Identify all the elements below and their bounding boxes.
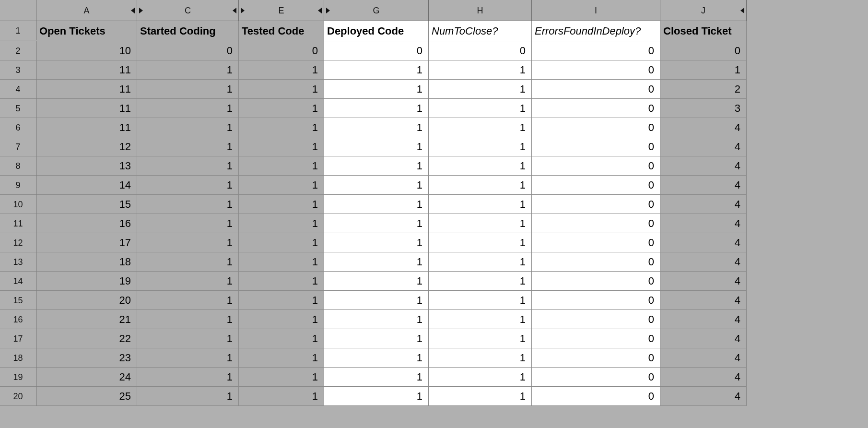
row-header-10[interactable]: 10 — [0, 195, 36, 214]
cell-G11[interactable]: 1 — [324, 214, 429, 233]
cell-A6[interactable]: 11 — [36, 118, 137, 137]
expand-left-icon[interactable] — [131, 8, 135, 13]
cell-J14[interactable]: 4 — [660, 272, 747, 291]
cell-I11[interactable]: 0 — [532, 214, 660, 233]
cell-J13[interactable]: 4 — [660, 252, 747, 272]
cell-J6[interactable]: 4 — [660, 118, 747, 137]
cell-A16[interactable]: 21 — [36, 310, 137, 329]
cell-C12[interactable]: 1 — [137, 233, 239, 252]
cell-I13[interactable]: 0 — [532, 252, 660, 272]
cell-C5[interactable]: 1 — [137, 99, 239, 118]
cell-H19[interactable]: 1 — [429, 368, 532, 387]
cell-J11[interactable]: 4 — [660, 214, 747, 233]
cell-I20[interactable]: 0 — [532, 387, 660, 406]
cell-A5[interactable]: 11 — [36, 99, 137, 118]
cell-I16[interactable]: 0 — [532, 310, 660, 329]
cell-J8[interactable]: 4 — [660, 156, 747, 176]
cell-C19[interactable]: 1 — [137, 368, 239, 387]
cell-H10[interactable]: 1 — [429, 195, 532, 214]
cell-J2[interactable]: 0 — [660, 41, 747, 60]
row-header-2[interactable]: 2 — [0, 41, 36, 60]
cell-H6[interactable]: 1 — [429, 118, 532, 137]
cell-G20[interactable]: 1 — [324, 387, 429, 406]
column-header-J[interactable]: J — [660, 0, 747, 21]
cell-I6[interactable]: 0 — [532, 118, 660, 137]
cell-I10[interactable]: 0 — [532, 195, 660, 214]
expand-left-icon[interactable] — [740, 8, 744, 13]
cell-C8[interactable]: 1 — [137, 156, 239, 176]
cell-G12[interactable]: 1 — [324, 233, 429, 252]
cell-I17[interactable]: 0 — [532, 329, 660, 348]
cell-A20[interactable]: 25 — [36, 387, 137, 406]
cell-G9[interactable]: 1 — [324, 176, 429, 195]
cell-I8[interactable]: 0 — [532, 156, 660, 176]
cell-A7[interactable]: 12 — [36, 137, 137, 156]
cell-H16[interactable]: 1 — [429, 310, 532, 329]
cell-G19[interactable]: 1 — [324, 368, 429, 387]
cell-J10[interactable]: 4 — [660, 195, 747, 214]
cell-C17[interactable]: 1 — [137, 329, 239, 348]
cell-E6[interactable]: 1 — [239, 118, 324, 137]
cell-G10[interactable]: 1 — [324, 195, 429, 214]
cell-H15[interactable]: 1 — [429, 291, 532, 310]
cell-I2[interactable]: 0 — [532, 41, 660, 60]
cell-G16[interactable]: 1 — [324, 310, 429, 329]
cell-I15[interactable]: 0 — [532, 291, 660, 310]
cell-I19[interactable]: 0 — [532, 368, 660, 387]
cell-A9[interactable]: 14 — [36, 176, 137, 195]
column-header-C[interactable]: C — [137, 0, 239, 21]
cell-J20[interactable]: 4 — [660, 387, 747, 406]
cell-H17[interactable]: 1 — [429, 329, 532, 348]
cell-E7[interactable]: 1 — [239, 137, 324, 156]
spreadsheet-grid[interactable]: ACEGHIJ1Open TicketsStarted CodingTested… — [0, 0, 747, 406]
row-header-6[interactable]: 6 — [0, 118, 36, 137]
cell-A8[interactable]: 13 — [36, 156, 137, 176]
expand-left-icon[interactable] — [233, 8, 236, 13]
cell-H14[interactable]: 1 — [429, 272, 532, 291]
header-cell-I[interactable]: ErrorsFoundInDeploy? — [532, 21, 660, 41]
expand-right-icon[interactable] — [241, 8, 245, 13]
cell-A13[interactable]: 18 — [36, 252, 137, 272]
cell-E12[interactable]: 1 — [239, 233, 324, 252]
cell-A11[interactable]: 16 — [36, 214, 137, 233]
row-header-17[interactable]: 17 — [0, 329, 36, 348]
cell-C7[interactable]: 1 — [137, 137, 239, 156]
column-header-A[interactable]: A — [36, 0, 137, 21]
cell-H5[interactable]: 1 — [429, 99, 532, 118]
cell-A14[interactable]: 19 — [36, 272, 137, 291]
cell-E17[interactable]: 1 — [239, 329, 324, 348]
header-cell-H[interactable]: NumToClose? — [429, 21, 532, 41]
row-header-8[interactable]: 8 — [0, 156, 36, 176]
cell-I5[interactable]: 0 — [532, 99, 660, 118]
cell-A18[interactable]: 23 — [36, 348, 137, 368]
cell-G4[interactable]: 1 — [324, 80, 429, 99]
cell-J16[interactable]: 4 — [660, 310, 747, 329]
cell-E16[interactable]: 1 — [239, 310, 324, 329]
cell-H9[interactable]: 1 — [429, 176, 532, 195]
cell-J18[interactable]: 4 — [660, 348, 747, 368]
cell-A12[interactable]: 17 — [36, 233, 137, 252]
cell-H4[interactable]: 1 — [429, 80, 532, 99]
cell-E4[interactable]: 1 — [239, 80, 324, 99]
cell-C11[interactable]: 1 — [137, 214, 239, 233]
cell-H7[interactable]: 1 — [429, 137, 532, 156]
cell-C9[interactable]: 1 — [137, 176, 239, 195]
cell-J9[interactable]: 4 — [660, 176, 747, 195]
column-header-G[interactable]: G — [324, 0, 429, 21]
cell-I4[interactable]: 0 — [532, 80, 660, 99]
cell-C10[interactable]: 1 — [137, 195, 239, 214]
cell-E2[interactable]: 0 — [239, 41, 324, 60]
cell-A4[interactable]: 11 — [36, 80, 137, 99]
cell-C13[interactable]: 1 — [137, 252, 239, 272]
cell-G5[interactable]: 1 — [324, 99, 429, 118]
expand-left-icon[interactable] — [318, 8, 322, 13]
select-all-corner[interactable] — [0, 0, 36, 21]
expand-right-icon[interactable] — [139, 8, 143, 13]
row-header-15[interactable]: 15 — [0, 291, 36, 310]
cell-C15[interactable]: 1 — [137, 291, 239, 310]
row-header-12[interactable]: 12 — [0, 233, 36, 252]
cell-G7[interactable]: 1 — [324, 137, 429, 156]
cell-C20[interactable]: 1 — [137, 387, 239, 406]
cell-H3[interactable]: 1 — [429, 60, 532, 80]
cell-J17[interactable]: 4 — [660, 329, 747, 348]
